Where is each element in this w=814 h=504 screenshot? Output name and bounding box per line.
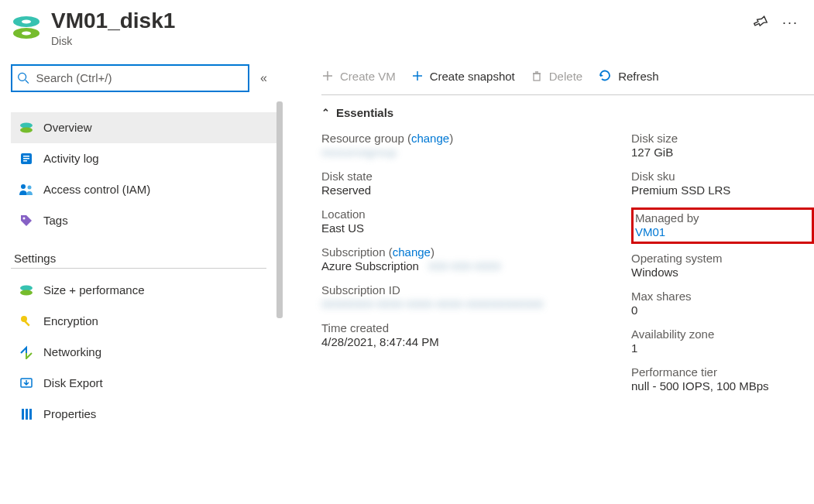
nav-item-overview[interactable]: Overview [11, 112, 278, 143]
plus-icon [411, 70, 424, 82]
disk-icon [17, 120, 36, 135]
button-label: Create VM [340, 70, 396, 83]
svg-rect-11 [23, 160, 27, 162]
availability-zone-label: Availability zone [631, 327, 814, 341]
subscription-id-label: Subscription ID [321, 283, 631, 297]
svg-point-12 [21, 184, 26, 189]
refresh-icon [598, 69, 612, 83]
location-value: East US [321, 221, 631, 235]
create-vm-button: Create VM [321, 70, 396, 83]
change-subscription-link[interactable]: change [393, 245, 431, 259]
nav-item-activity-log[interactable]: Activity log [11, 143, 278, 174]
svg-rect-20 [22, 409, 24, 420]
svg-point-17 [21, 316, 27, 322]
disk-sku-value: Premium SSD LRS [631, 183, 814, 197]
button-label: Delete [549, 70, 582, 83]
performance-tier-label: Performance tier [631, 365, 814, 379]
section-divider [11, 268, 266, 269]
time-created-value: 4/28/2021, 8:47:44 PM [321, 335, 631, 348]
highlighted-managed-by: Managed by VM01 [631, 207, 814, 244]
essentials-toggle[interactable]: ⌃ Essentials [321, 106, 814, 119]
resource-group-value: resourcegroup [321, 146, 631, 159]
search-icon [17, 71, 30, 85]
more-icon[interactable]: ··· [782, 15, 799, 31]
nav-item-networking[interactable]: Networking [11, 337, 278, 368]
create-snapshot-button[interactable]: Create snapshot [411, 70, 515, 83]
svg-point-3 [22, 32, 31, 36]
button-label: Refresh [618, 70, 659, 83]
svg-point-13 [28, 185, 32, 189]
svg-rect-9 [23, 156, 29, 157]
svg-point-6 [20, 122, 33, 128]
pin-icon[interactable] [753, 14, 768, 32]
availability-zone-value: 1 [631, 341, 814, 355]
nav-label: Tags [43, 214, 68, 227]
svg-rect-18 [24, 321, 29, 326]
svg-rect-10 [23, 158, 29, 159]
svg-point-4 [19, 73, 26, 81]
nav-item-access-control[interactable]: Access control (IAM) [11, 174, 278, 205]
button-label: Create snapshot [430, 70, 515, 83]
main-content: Create VM Create snapshot Delete Refresh… [278, 53, 814, 430]
resource-group-label: Resource group (change) [321, 132, 631, 145]
managed-by-link[interactable]: VM01 [635, 225, 807, 238]
nav-label: Activity log [43, 152, 99, 165]
page-title: VM01_disk1 [51, 9, 753, 33]
disk-icon [17, 283, 36, 298]
collapse-sidebar-button[interactable]: « [260, 71, 267, 85]
subscription-label: Subscription (change) [321, 245, 631, 259]
svg-rect-22 [29, 409, 32, 420]
disk-state-value: Reserved [321, 183, 631, 197]
change-resource-group-link[interactable]: change [411, 132, 449, 145]
log-icon [17, 152, 36, 166]
svg-point-14 [23, 217, 26, 219]
chevron-up-icon: ⌃ [321, 107, 330, 118]
nav-item-disk-export[interactable]: Disk Export [11, 368, 278, 399]
os-value: Windows [631, 266, 814, 279]
svg-point-15 [20, 285, 33, 290]
disk-state-label: Disk state [321, 170, 631, 183]
managed-by-label: Managed by [635, 211, 807, 225]
trash-icon [531, 70, 543, 82]
nav-item-tags[interactable]: Tags [11, 205, 278, 236]
svg-point-7 [20, 127, 33, 132]
svg-line-5 [26, 80, 29, 83]
disk-sku-label: Disk sku [631, 170, 814, 183]
key-icon [17, 314, 36, 328]
nav-item-encryption[interactable]: Encryption [11, 306, 278, 337]
location-label: Location [321, 207, 631, 221]
disk-size-label: Disk size [631, 132, 814, 145]
subscription-link[interactable]: Azure Subscription [321, 259, 419, 273]
page-subtitle: Disk [51, 35, 753, 47]
svg-point-16 [20, 290, 33, 295]
sidebar: « Overview Activity log Access control (… [11, 53, 278, 430]
nav-label: Disk Export [43, 376, 103, 389]
network-icon [17, 345, 36, 359]
nav-item-size-performance[interactable]: Size + performance [11, 275, 278, 306]
svg-rect-21 [26, 409, 28, 420]
performance-tier-value: null - 500 IOPS, 100 MBps [631, 379, 814, 393]
settings-section-header: Settings [14, 252, 278, 265]
nav-item-properties[interactable]: Properties [11, 399, 278, 430]
subscription-id-value: 00000000-0000-0000-0000-000000000000 [321, 297, 631, 310]
refresh-button[interactable]: Refresh [598, 69, 659, 83]
svg-rect-23 [534, 74, 540, 81]
nav-label: Encryption [43, 314, 98, 327]
sidebar-scrollbar[interactable] [275, 101, 284, 496]
subscription-value: Azure Subscription 000-000-0000 [321, 259, 631, 273]
plus-icon [321, 70, 334, 82]
essentials-label: Essentials [336, 106, 393, 119]
nav-label: Properties [43, 407, 96, 420]
time-created-label: Time created [321, 321, 631, 334]
max-shares-label: Max shares [631, 290, 814, 303]
tag-icon [17, 214, 36, 228]
search-input[interactable] [35, 70, 243, 85]
command-bar: Create VM Create snapshot Delete Refresh [321, 63, 814, 95]
search-box[interactable] [11, 64, 249, 92]
delete-button: Delete [531, 70, 582, 83]
svg-point-1 [22, 20, 31, 24]
nav-label: Access control (IAM) [43, 183, 150, 196]
os-label: Operating system [631, 252, 814, 265]
properties-icon [17, 407, 36, 421]
iam-icon [17, 183, 36, 197]
